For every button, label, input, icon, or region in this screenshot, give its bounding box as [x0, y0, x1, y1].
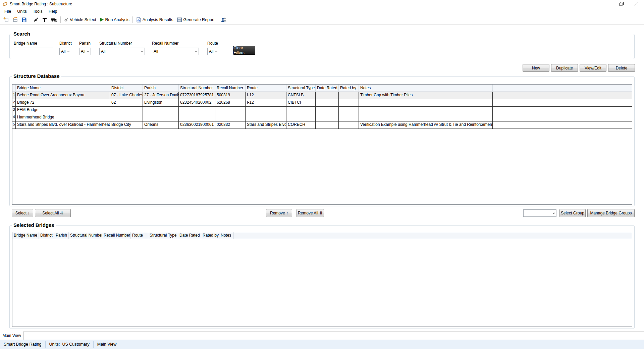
table-cell[interactable]: Hammerhead Bridge [16, 114, 110, 121]
column-header[interactable]: Recall Number [215, 85, 246, 92]
table-cell[interactable]: Stars and Stripes Blvd. over Railroad - … [16, 121, 110, 129]
column-header[interactable]: Rated by [339, 85, 359, 92]
table-cell[interactable]: Timber Cap with Timber Piles [359, 92, 493, 99]
table-cell[interactable] [143, 114, 179, 121]
table-cell[interactable] [316, 99, 339, 107]
generate-report-button[interactable]: Generate Report [175, 16, 216, 23]
app-icon[interactable] [2, 1, 8, 7]
table-cell[interactable] [316, 121, 339, 129]
menu-item-units[interactable]: Units [14, 8, 30, 14]
bridge-groups-button[interactable] [219, 16, 229, 23]
table-cell[interactable]: Verification Example using Hammerhead w/… [359, 121, 493, 129]
structural-number-select[interactable]: All [99, 48, 145, 55]
table-cell[interactable]: Bebee Road Over Arceaneaux Bayou [16, 92, 110, 99]
column-header[interactable]: Route [131, 232, 148, 239]
table-cell[interactable]: 023630021900061 [179, 121, 215, 129]
table-cell[interactable] [359, 99, 493, 107]
table-cell[interactable] [339, 107, 359, 114]
table-cell[interactable]: Orleans [143, 121, 179, 129]
column-header[interactable]: Parish [54, 232, 69, 239]
table-cell[interactable] [286, 107, 316, 114]
table-cell[interactable]: 072730187925781 [179, 92, 215, 99]
table-cell[interactable]: 62324540200002 [179, 99, 215, 107]
column-header[interactable]: Parish [143, 85, 179, 92]
select-group-button[interactable]: Select Group [559, 209, 586, 217]
table-cell[interactable] [143, 107, 179, 114]
table-cell[interactable] [246, 107, 286, 114]
table-cell[interactable] [246, 114, 286, 121]
select-button[interactable]: Select ↓ [12, 209, 33, 217]
truck-inspect-button[interactable] [49, 16, 59, 23]
table-cell[interactable] [179, 114, 215, 121]
table-cell[interactable]: FEM Bridge [16, 107, 110, 114]
row-number-cell[interactable]: 1 [12, 92, 16, 99]
table-cell[interactable]: I-12 [246, 92, 286, 99]
column-header[interactable]: Bridge Name [12, 232, 39, 239]
clear-filters-button[interactable]: Clear Filters [233, 46, 255, 55]
table-row[interactable]: 4Hammerhead Bridge [12, 114, 632, 121]
column-header[interactable]: Structural Number [69, 232, 102, 239]
table-cell[interactable]: Livingston [143, 99, 179, 107]
row-number-cell[interactable]: 3 [12, 107, 16, 114]
table-cell[interactable] [215, 114, 246, 121]
column-header[interactable]: Date Rated [316, 85, 339, 92]
table-cell[interactable]: Stars and Stripes Blvd. [246, 121, 286, 129]
table-row[interactable]: 2Bridge 7262Livingston623245402000026202… [12, 99, 632, 107]
table-cell[interactable] [215, 107, 246, 114]
column-header[interactable]: Structural Number [179, 85, 215, 92]
table-cell[interactable] [110, 114, 143, 121]
table-cell[interactable] [359, 114, 493, 121]
column-header[interactable]: Bridge Name [16, 85, 110, 92]
vehicle-select-button[interactable]: Vehicle Select [62, 16, 98, 23]
column-header[interactable]: Route [246, 85, 286, 92]
table-row[interactable]: 5Stars and Stripes Blvd. over Railroad -… [12, 121, 632, 129]
view-edit-button[interactable]: View/Edit [580, 64, 606, 72]
duplicate-button[interactable]: Duplicate [551, 64, 578, 72]
table-cell[interactable]: 020332 [215, 121, 246, 129]
district-select[interactable]: All [59, 48, 71, 55]
table-cell[interactable]: 620268 [215, 99, 246, 107]
menu-item-file[interactable]: File [1, 8, 14, 14]
route-select[interactable]: All [207, 48, 219, 55]
remove-button[interactable]: Remove ↑ [266, 209, 292, 217]
column-header[interactable]: Structural Type [286, 85, 316, 92]
column-header[interactable]: Structural Type [148, 232, 178, 239]
t-frame-tool-button[interactable] [40, 16, 49, 23]
column-header[interactable]: District [39, 232, 54, 239]
save-button[interactable] [20, 16, 29, 23]
menu-item-help[interactable]: Help [46, 8, 60, 14]
delete-button[interactable]: Delete [608, 64, 635, 72]
column-header[interactable]: District [110, 85, 143, 92]
parish-select[interactable]: All [79, 48, 91, 55]
menu-item-tools[interactable]: Tools [30, 8, 46, 14]
remove-all-button[interactable]: Remove All ⇈ [297, 209, 324, 217]
row-number-cell[interactable]: 4 [12, 114, 16, 121]
column-header[interactable]: Recall Number [102, 232, 131, 239]
table-cell[interactable]: 27 - Jefferson Davis [143, 92, 179, 99]
table-cell[interactable] [339, 114, 359, 121]
row-number-cell[interactable]: 2 [12, 99, 16, 107]
table-cell[interactable]: CORECH [286, 121, 316, 129]
new-button[interactable] [2, 16, 11, 23]
minimize-button[interactable] [599, 0, 614, 8]
table-cell[interactable]: CNTSLB [286, 92, 316, 99]
column-header[interactable]: Notes [359, 85, 493, 92]
restore-button[interactable] [614, 0, 629, 8]
recall-number-select[interactable]: All [152, 48, 199, 55]
manage-bridge-groups-button[interactable]: Manage Bridge Groups [587, 209, 635, 217]
table-cell[interactable] [179, 107, 215, 114]
table-cell[interactable]: Bridge City [110, 121, 143, 129]
table-cell[interactable]: Bridge 72 [16, 99, 110, 107]
table-cell[interactable] [316, 114, 339, 121]
table-cell[interactable]: 07 - Lake Charles [110, 92, 143, 99]
table-cell[interactable]: I-12 [246, 99, 286, 107]
table-cell[interactable]: 500319 [215, 92, 246, 99]
bridge-name-input[interactable] [14, 48, 53, 55]
table-row[interactable]: 1Bebee Road Over Arceaneaux Bayou07 - La… [12, 92, 632, 99]
table-cell[interactable] [339, 99, 359, 107]
table-cell[interactable] [339, 92, 359, 99]
table-cell[interactable] [316, 92, 339, 99]
table-cell[interactable] [359, 107, 493, 114]
column-header[interactable]: Rated by [201, 232, 219, 239]
table-cell[interactable] [110, 107, 143, 114]
